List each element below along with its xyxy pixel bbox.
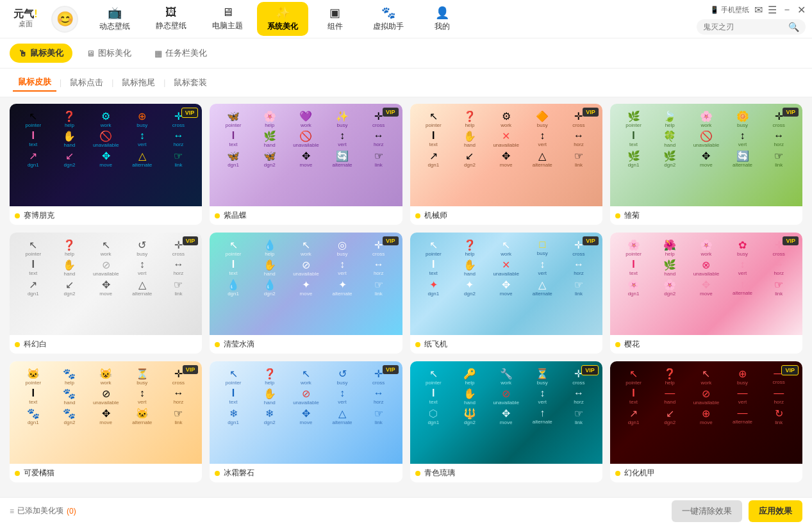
card-paper-plane[interactable]: VIP ↖pointer ❓help ↖work □busy ✛cross It… [410, 233, 602, 354]
tab-cursor[interactable]: 🖱 鼠标美化 [10, 44, 72, 63]
vip-badge-3: VIP [583, 108, 599, 117]
logo-text: 元气! [13, 9, 37, 19]
sub-tab-trail[interactable]: 鼠标拖尾 [117, 74, 160, 91]
card-name-1: 赛博朋克 [24, 210, 54, 221]
vip-badge-10: VIP [383, 365, 399, 374]
icon-tab-icon: 🖥 [87, 49, 95, 58]
divider1: | [60, 78, 62, 87]
phone-wallpaper-btn[interactable]: 📱 手机壁纸 [710, 5, 749, 15]
vip-badge-12: VIP [781, 365, 799, 375]
card-ice[interactable]: VIP ↖pointer ❓help ↖work ↺busy ✛cross It… [210, 361, 402, 482]
logo: 元气! 桌面 [6, 9, 45, 29]
nav-item-theme[interactable]: 🖥 电脑主题 [201, 2, 254, 36]
cursor-tab-icon: 🖱 [19, 49, 27, 58]
main-content: VIP ↖pointer ❓help ⚙work ⊕busy ✛cross It… [0, 97, 812, 504]
card-name-5: 科幻白 [24, 339, 47, 350]
vip-badge-6: VIP [383, 236, 399, 245]
card-name-8: 樱花 [624, 339, 640, 350]
phone-icon: 📱 [710, 6, 719, 14]
header: 元气! 桌面 😊 📺 动态壁纸 🖼 静态壁纸 🖥 电脑主题 ✨ 系统美化 ▣ 组… [0, 0, 812, 38]
card-daisy[interactable]: VIP 🌿pointer 🍃help 🌸work 🌼busy ✛cross It… [610, 104, 802, 225]
card-name-9: 可爱橘猫 [24, 468, 54, 479]
bottom-actions: 一键清除效果 应用效果 [672, 500, 802, 522]
divider3: | [163, 78, 165, 87]
card-cherry-blossom[interactable]: VIP 🌸pointer 🌺help 🌸work ✿busy ✛cross It… [610, 233, 802, 354]
card-name-7: 纸飞机 [424, 339, 447, 350]
widget-label: 组件 [327, 21, 343, 32]
card-name-11: 青色琉璃 [424, 468, 455, 479]
widget-icon: ▣ [329, 6, 340, 20]
header-right: 📱 手机壁纸 ✉ ☰ － ✕ 🔍 [697, 3, 806, 35]
mail-icon[interactable]: ✉ [754, 4, 763, 16]
theme-label: 电脑主题 [212, 20, 243, 31]
nav-item-static[interactable]: 🖼 静态壁纸 [144, 2, 198, 36]
clear-effects-button[interactable]: 一键清除效果 [672, 500, 742, 522]
beauty-icon: ✨ [276, 6, 290, 20]
beauty-label: 系统美化 [267, 21, 298, 32]
dynamic-icon: 📺 [108, 6, 122, 20]
added-items: ≡ 已添加美化项 (0) [10, 505, 76, 516]
card-water-drop[interactable]: VIP ↖pointer 💧help ↖work ◎busy ✛cross It… [210, 233, 402, 354]
menu-icon[interactable]: ☰ [768, 4, 777, 16]
vip-badge-4: VIP [783, 108, 799, 117]
search-icon[interactable]: 🔍 [788, 22, 799, 32]
taskbar-tab-label: 任务栏美化 [165, 47, 207, 59]
card-mecha[interactable]: VIP ↖pointer ❓help ↖work ⊕busy —cross It… [610, 361, 802, 482]
sub-tab-set[interactable]: 鼠标套装 [169, 74, 212, 91]
added-count: (0) [67, 507, 76, 516]
vip-badge-1: VIP [181, 108, 199, 118]
tab-icon[interactable]: 🖥 图标美化 [78, 44, 140, 63]
nav-item-dynamic[interactable]: 📺 动态壁纸 [88, 2, 142, 36]
card-cyan-glass[interactable]: VIP ↖pointer 🔑help 🔧work ⏳busy ✛cross It… [410, 361, 602, 482]
sub-tabs: 鼠标皮肤 | 鼠标点击 | 鼠标拖尾 | 鼠标套装 [0, 69, 812, 97]
nav-item-beauty[interactable]: ✨ 系统美化 [257, 2, 308, 36]
divider2: | [112, 78, 113, 87]
card-cat[interactable]: VIP 🐱pointer 🐾help 😺work ⏳busy ✛cross It… [10, 361, 202, 482]
vip-badge-9: VIP [183, 365, 199, 374]
theme-icon: 🖥 [222, 6, 233, 19]
static-label: 静态壁纸 [156, 20, 186, 31]
nav-bar: 📺 动态壁纸 🖼 静态壁纸 🖥 电脑主题 ✨ 系统美化 ▣ 组件 🐾 虚拟助手 … [88, 2, 697, 36]
assistant-icon: 🐾 [381, 6, 395, 20]
header-top-actions: 📱 手机壁纸 ✉ ☰ － ✕ [710, 3, 806, 17]
logo-subtext: 桌面 [19, 19, 33, 29]
minimize-icon[interactable]: － [782, 3, 792, 17]
vip-badge-8: VIP [783, 236, 799, 245]
vip-badge-7: VIP [583, 236, 599, 245]
assistant-label: 虚拟助手 [373, 21, 404, 32]
nav-item-widget[interactable]: ▣ 组件 [311, 2, 359, 36]
nav-item-mine[interactable]: 👤 我的 [418, 2, 466, 36]
card-name-4: 雏菊 [624, 210, 640, 221]
dynamic-label: 动态壁纸 [99, 21, 130, 32]
icon-tab-label: 图标美化 [98, 47, 131, 59]
card-name-2: 紫晶蝶 [224, 210, 247, 221]
card-name-6: 清莹水滴 [224, 339, 254, 350]
cards-grid: VIP ↖pointer ❓help ⚙work ⊕busy ✛cross It… [10, 104, 802, 482]
vip-badge-5: VIP [183, 236, 199, 245]
vip-badge-11: VIP [581, 365, 599, 375]
card-mechanic[interactable]: VIP ↖pointer ❓help ⚙work 🔶busy ✛cross It… [410, 104, 602, 225]
nav-item-assistant[interactable]: 🐾 虚拟助手 [361, 2, 415, 36]
card-cyberpunk[interactable]: VIP ↖pointer ❓help ⚙work ⊕busy ✛cross It… [10, 104, 202, 225]
apply-effects-button[interactable]: 应用效果 [749, 500, 802, 522]
search-box: 🔍 [697, 19, 806, 35]
close-icon[interactable]: ✕ [797, 4, 806, 16]
search-input[interactable] [703, 22, 788, 31]
card-purple-butterfly[interactable]: VIP 🦋pointer 🌸help 💜work ✨busy ✛cross It… [210, 104, 402, 225]
avatar[interactable]: 😊 [51, 6, 78, 33]
mine-label: 我的 [435, 21, 450, 32]
tab-taskbar[interactable]: ▦ 任务栏美化 [145, 44, 216, 63]
card-name-3: 机械师 [424, 210, 447, 221]
static-icon: 🖼 [165, 6, 177, 19]
menu-dots-icon: ≡ [10, 507, 14, 516]
sub-tab-click[interactable]: 鼠标点击 [65, 74, 108, 91]
cursor-tab-label: 鼠标美化 [30, 47, 63, 59]
mine-icon: 👤 [435, 6, 449, 20]
vip-badge-2: VIP [383, 108, 399, 117]
sub-tab-skin[interactable]: 鼠标皮肤 [13, 74, 56, 92]
card-scifi-white[interactable]: VIP ↖pointer ❓help ↖work ↺busy ✛cross It… [10, 233, 202, 354]
card-name-12: 幻化机甲 [624, 468, 655, 479]
bottom-bar: ≡ 已添加美化项 (0) 一键清除效果 应用效果 [0, 497, 812, 524]
card-name-10: 冰霜磐石 [224, 468, 254, 479]
tabs-row: 🖱 鼠标美化 🖥 图标美化 ▦ 任务栏美化 [0, 38, 812, 69]
